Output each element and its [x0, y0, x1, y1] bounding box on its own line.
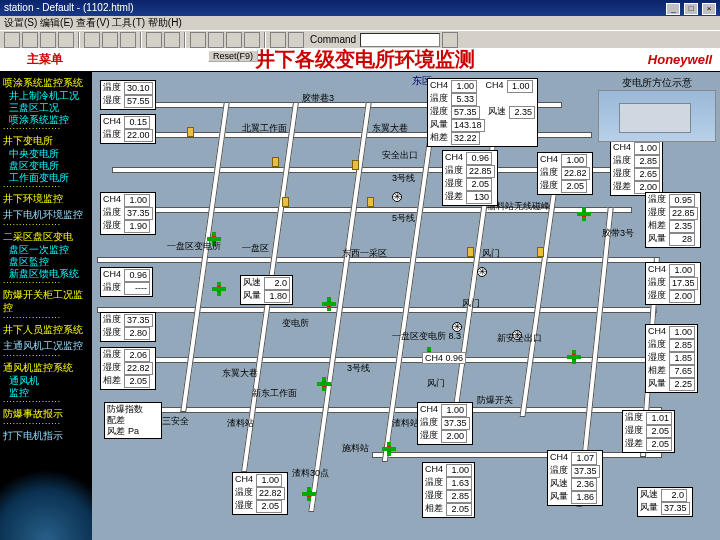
road-label: 新安全出口: [497, 332, 542, 345]
road-label: 安全出口: [382, 149, 418, 162]
sidebar-item[interactable]: 盘区变电所: [9, 160, 89, 172]
sensor-box: CH4 0.96: [422, 352, 466, 364]
banner: Reset(F9) 主菜单 井下各级变电所环境监测 Honeywell: [0, 48, 720, 72]
sidebar-decoration: [0, 450, 92, 540]
station-icon[interactable]: [317, 377, 331, 391]
sidebar-item[interactable]: 盘区一次监控: [9, 244, 89, 256]
window-titlebar: station - Default - (1102.html) _ □ ×: [0, 0, 720, 16]
sidebar-group[interactable]: 井下电机环境监控: [3, 209, 89, 222]
sensor-box: CH41.00 温度2.85 湿度2.65 湿差2.00: [610, 140, 663, 196]
station-icon[interactable]: [577, 207, 591, 221]
road-label: 渣料站: [392, 417, 419, 430]
sidebar-group[interactable]: 打下电机指示: [3, 430, 89, 443]
road-label: 变电所: [282, 317, 309, 330]
sensor-box: CH41.00 温度2.85 湿度1.85 相差7.65 风量2.25: [645, 324, 698, 393]
sidebar-group[interactable]: 井下人员监控系统: [3, 324, 89, 337]
sidebar-item[interactable]: 新盘区馈电系统: [9, 268, 89, 280]
door-icon: [352, 160, 359, 170]
sidebar-group[interactable]: 通风机监控系统: [3, 362, 89, 375]
road-label: 3号线: [392, 172, 415, 185]
sidebar-item[interactable]: 监控: [9, 387, 89, 399]
door-icon: [467, 247, 474, 257]
divider: ··················: [3, 421, 89, 427]
sensor-box: 温度37.35 湿度2.80: [100, 312, 156, 342]
fan-icon: [477, 267, 487, 277]
road-label: 胶带巷3: [302, 92, 334, 105]
sensor-box: 温度0.95 湿度22.85 相差2.35 风量28: [645, 192, 701, 248]
sidebar-group[interactable]: 防爆开关柜工况监控: [3, 289, 89, 315]
sensor-box: CH41.07 温度37.35 风速2.36 风量1.86: [547, 450, 603, 506]
road-label: 三安全: [162, 415, 189, 428]
divider: ··················: [3, 126, 89, 132]
sensor-box: 防爆指数 配差 风差Pa: [104, 402, 162, 439]
tool-btn[interactable]: [58, 32, 74, 48]
station-icon[interactable]: [382, 442, 396, 456]
sensor-box: CH41.00 CH41.00 温度5.33 湿度57.35 风速2.35 风量…: [427, 78, 538, 147]
road-label: 3号线: [347, 362, 370, 375]
road-label: 东西一采区: [342, 247, 387, 260]
sensor-box: 温度1.01 湿度2.05 湿差2.05: [622, 410, 675, 453]
sensor-box: CH41.00 温度1.63 湿度2.85 相差2.05: [422, 462, 475, 518]
door-icon: [537, 247, 544, 257]
sidebar-item[interactable]: 工作面变电所: [9, 172, 89, 184]
tool-btn[interactable]: [22, 32, 38, 48]
station-icon[interactable]: [212, 282, 226, 296]
sidebar-item[interactable]: 喷涂系统监控: [9, 114, 89, 126]
road-label: 北翼工作面: [242, 122, 287, 135]
command-label: Command: [310, 34, 356, 45]
door-icon: [367, 197, 374, 207]
sidebar-group[interactable]: 井下变电所: [3, 135, 89, 148]
banner-menu[interactable]: 主菜单: [0, 51, 90, 68]
road-label: 风门: [427, 377, 445, 390]
sidebar-group[interactable]: 井下环境监控: [3, 193, 89, 206]
sidebar-item[interactable]: 中央变电所: [9, 148, 89, 160]
minimize-button[interactable]: _: [666, 3, 680, 15]
menubar[interactable]: 设置(S) 编辑(E) 查看(V) 工具(T) 帮助(H): [0, 16, 720, 30]
sensor-box: 风速2.0 风量37.35: [637, 487, 693, 517]
tool-btn[interactable]: [4, 32, 20, 48]
divider: ··················: [3, 184, 89, 190]
legend-area: 变电所方位示意: [598, 76, 716, 142]
divider: ··················: [3, 280, 89, 286]
brand-logo: Honeywell: [640, 52, 720, 67]
door-icon: [282, 197, 289, 207]
page-title: 井下各级变电所环境监测: [90, 46, 640, 73]
station-icon[interactable]: [567, 350, 581, 364]
door-icon: [187, 127, 194, 137]
sidebar-group[interactable]: 主通风机工况监控: [3, 340, 89, 353]
road: [97, 307, 657, 313]
close-button[interactable]: ×: [702, 3, 716, 15]
sensor-box: CH40.96 温度----: [100, 267, 153, 297]
divider: ··················: [3, 353, 89, 359]
sensor-box: CH40.15 温度22.00: [100, 114, 156, 144]
reset-button[interactable]: Reset(F9): [208, 50, 258, 62]
divider: ··················: [3, 399, 89, 405]
sidebar-item[interactable]: 井上制冷机工况: [9, 90, 89, 102]
sidebar-item[interactable]: 通风机: [9, 375, 89, 387]
road-label: 防爆开关: [477, 394, 513, 407]
legend-image: [598, 90, 716, 142]
road-label: 施料站: [342, 442, 369, 455]
road-label: 渣料站: [227, 417, 254, 430]
tool-btn[interactable]: [40, 32, 56, 48]
map-canvas: 东区: [92, 72, 720, 540]
station-icon[interactable]: [322, 297, 336, 311]
station-icon[interactable]: [302, 487, 316, 501]
command-input[interactable]: [360, 33, 440, 47]
sidebar-item[interactable]: 三盘区工况: [9, 102, 89, 114]
door-icon: [272, 157, 279, 167]
sidebar-item[interactable]: 盘区監控: [9, 256, 89, 268]
sidebar: 喷涂系统监控系统 井上制冷机工况 三盘区工况 喷涂系统监控 ··········…: [0, 72, 92, 540]
road-label: 风门: [482, 247, 500, 260]
sidebar-group[interactable]: 喷涂系统监控系统: [3, 77, 89, 90]
sensor-box: CH41.00 温度22.82 湿度2.05: [537, 152, 593, 195]
road-label: 新东工作面: [252, 387, 297, 400]
sensor-box: 温度2.06 湿度22.82 相差2.05: [100, 347, 156, 390]
road: [122, 357, 662, 363]
sensor-box: 温度30.10 湿度57.55: [100, 80, 156, 110]
road-label: 渣料30点: [292, 467, 329, 480]
maximize-button[interactable]: □: [684, 3, 698, 15]
road-label: 一盘区变电所 8.3: [392, 330, 461, 343]
sidebar-group[interactable]: 防爆事故报示: [3, 408, 89, 421]
sidebar-group[interactable]: 二采区盘区变电: [3, 231, 89, 244]
